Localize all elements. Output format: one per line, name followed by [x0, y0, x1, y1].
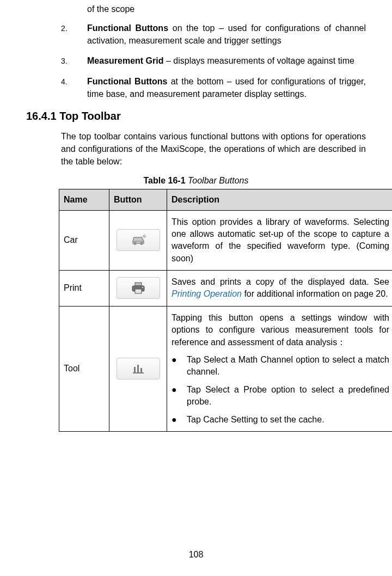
row-button-cell [109, 271, 167, 307]
bullet-text: Tap Select a Math Channel option to sele… [187, 354, 389, 378]
list-number: 2. [61, 22, 87, 47]
toolbar-buttons-table: Name Button Description Car [59, 189, 392, 432]
svg-line-3 [143, 235, 145, 237]
bullet-item: ● Tap Select a Math Channel option to se… [171, 354, 389, 378]
car-icon [117, 229, 160, 251]
list-bold: Measurement Grid [87, 56, 163, 65]
caption-italic: Toolbar Buttons [186, 176, 249, 185]
svg-rect-11 [140, 368, 142, 372]
intro-paragraph: The top toolbar contains various functio… [61, 130, 366, 168]
list-item-3: 3. Measurement Grid – displays measureme… [61, 54, 366, 67]
page-content: of the scope 2. Functional Buttons on th… [26, 0, 366, 432]
list-bold: Functional Buttons [87, 77, 168, 86]
row-desc: Tapping this button opens a settings win… [167, 306, 393, 431]
bullet-item: ● Tap Select a Probe option to select a … [171, 384, 389, 408]
header-button: Button [109, 189, 167, 210]
tool-intro: Tapping this button opens a settings win… [171, 312, 389, 348]
desc-link[interactable]: Printing Operation [171, 289, 242, 298]
caption-bold: Table 16-1 [143, 176, 185, 185]
desc-post: for additional information on page 20. [242, 289, 388, 298]
bullet-text: Tap Cache Setting to set the cache. [187, 414, 324, 426]
bullet-text: Tap Select a Probe option to select a pr… [187, 384, 389, 408]
svg-point-1 [133, 242, 136, 244]
list-rest: – displays measurements of voltage again… [163, 56, 354, 65]
bullet-icon: ● [171, 384, 187, 408]
list-bold: Functional Buttons [87, 23, 168, 33]
bullet-item: ● Tap Cache Setting to set the cache. [171, 414, 389, 426]
header-desc: Description [167, 189, 393, 210]
bullet-icon: ● [171, 354, 187, 378]
page-number: 108 [0, 550, 392, 560]
row-button-cell [109, 210, 167, 271]
svg-point-2 [140, 242, 142, 244]
list-item-2: 2. Functional Buttons on the top – used … [61, 22, 366, 47]
list-body: Functional Buttons on the top – used for… [87, 22, 366, 47]
list-pretext: of the scope [87, 4, 366, 14]
row-name: Print [59, 271, 109, 307]
section-heading: 16.4.1 Top Toolbar [26, 110, 366, 122]
svg-rect-10 [137, 365, 139, 372]
tool-icon [117, 358, 160, 379]
list-item-4: 4. Functional Buttons at the bottom – us… [61, 75, 366, 100]
svg-rect-7 [135, 289, 142, 293]
print-icon [117, 277, 160, 299]
table-caption: Table 16-1 Toolbar Buttons [26, 176, 366, 186]
row-name: Car [59, 210, 109, 271]
list-body: Functional Buttons at the bottom – used … [87, 75, 366, 100]
row-desc: Saves and prints a copy of the displayed… [167, 271, 393, 307]
row-name: Tool [59, 306, 109, 431]
svg-point-8 [142, 287, 143, 288]
svg-rect-5 [135, 283, 142, 286]
svg-rect-12 [133, 372, 144, 373]
list-number: 4. [61, 75, 87, 100]
list-body: Measurement Grid – displays measurements… [87, 54, 366, 67]
row-desc: This option provides a library of wavefo… [167, 210, 393, 271]
desc-pre: Saves and prints a copy of the displayed… [171, 277, 389, 286]
row-button-cell [109, 306, 167, 431]
bullet-icon: ● [171, 414, 187, 426]
header-name: Name [59, 189, 109, 210]
table-row: Car This option provides [59, 210, 393, 271]
table-row: Print Saves and prints a copy of the dis… [59, 271, 393, 307]
list-number: 3. [61, 54, 87, 67]
svg-line-4 [144, 236, 146, 238]
table-header-row: Name Button Description [59, 189, 393, 210]
table-row: Tool Tapping this button opens a setting… [59, 306, 393, 431]
svg-rect-9 [134, 367, 136, 372]
